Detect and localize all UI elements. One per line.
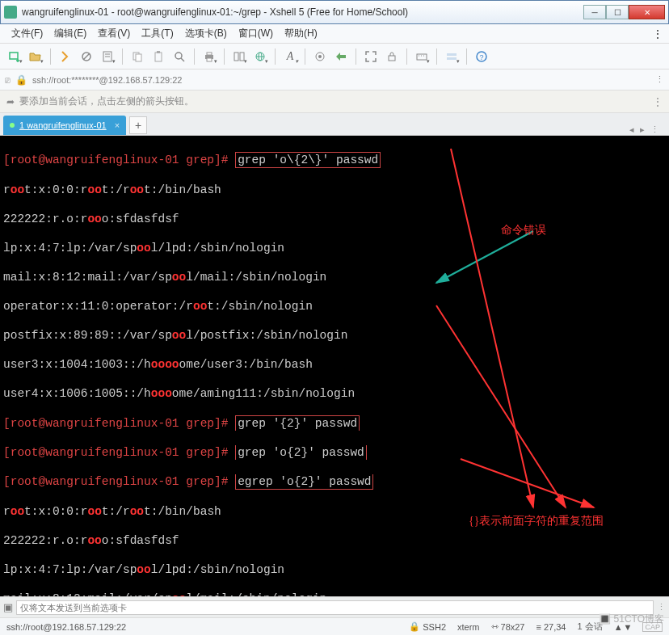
status-address: ssh://root@192.168.57.129:22	[6, 622, 126, 632]
new-session-button[interactable]	[5, 47, 24, 66]
compose-icon[interactable]: ▣	[3, 601, 13, 613]
layout-button[interactable]	[229, 47, 249, 66]
maximize-button[interactable]: ☐	[606, 5, 629, 19]
status-pos: ≡ 27,34	[536, 622, 566, 632]
tab-bar: 1 wangruifenglinux-01 × + ◂ ▸ ⋮	[0, 113, 669, 136]
tab-session-1[interactable]: 1 wangruifenglinux-01 ×	[3, 116, 126, 135]
cmd-box-1: grep 'o\{2\}' passwd	[235, 152, 381, 168]
address-text[interactable]: ssh://root:********@192.168.57.129:22	[32, 75, 650, 85]
hint-bar: ➦ 要添加当前会话，点击左侧的箭头按钮。 ⋮	[0, 90, 669, 113]
tab-nav[interactable]: ◂ ▸ ⋮	[625, 124, 666, 135]
address-add-icon[interactable]: ⎚	[5, 75, 11, 85]
print-button[interactable]	[200, 47, 219, 66]
svg-rect-16	[207, 58, 212, 61]
cmd-box-2: grep '{2}' passwd	[235, 415, 360, 431]
svg-rect-30	[447, 57, 457, 60]
compose-bar: ▣ ⋮	[0, 596, 669, 617]
tab-label: 1 wangruifenglinux-01	[19, 120, 107, 130]
titlebar: wangruifenglinux-01 - root@wangruifengli…	[0, 0, 669, 24]
svg-rect-18	[240, 53, 244, 61]
hint-overflow[interactable]: ⋮	[653, 96, 663, 107]
help-button[interactable]: ?	[472, 47, 491, 66]
font-button[interactable]: A	[280, 47, 300, 66]
toolbar: A ?	[0, 44, 669, 69]
svg-text:?: ?	[479, 53, 483, 61]
svg-rect-24	[389, 56, 395, 61]
cmd-box-3: grep 'o{2}' passwd	[235, 445, 367, 460]
address-bar: ⎚ 🔒 ssh://root:********@192.168.57.129:2…	[0, 69, 669, 90]
compose-overflow[interactable]: ⋮	[657, 602, 666, 612]
tab-status-dot	[10, 123, 15, 128]
minimize-button[interactable]: ─	[583, 5, 606, 19]
menu-help[interactable]: 帮助(H)	[280, 25, 322, 42]
svg-rect-25	[417, 54, 427, 60]
menu-tabs[interactable]: 选项卡(B)	[180, 25, 232, 42]
svg-rect-15	[207, 53, 212, 55]
menu-view[interactable]: 查看(V)	[93, 25, 135, 42]
watermark: 🔳 51CTO博客	[599, 612, 664, 626]
hint-icon[interactable]: ➦	[6, 96, 15, 107]
menu-tools[interactable]: 工具(T)	[137, 25, 178, 42]
status-term: xterm	[457, 622, 480, 632]
copy-button[interactable]	[128, 47, 147, 66]
svg-rect-0	[10, 53, 18, 59]
hint-text: 要添加当前会话，点击左侧的箭头按钮。	[19, 95, 194, 108]
svg-rect-10	[155, 53, 162, 61]
address-overflow[interactable]: ⋮	[655, 74, 664, 85]
fullscreen-button[interactable]	[361, 47, 381, 66]
highlight-button[interactable]	[442, 47, 461, 66]
cmd-box-4: egrep 'o{2}' passwd	[235, 474, 373, 490]
svg-line-4	[83, 53, 90, 60]
add-tab-button[interactable]: +	[129, 116, 147, 134]
open-button[interactable]	[26, 47, 45, 66]
reconnect-button[interactable]	[56, 47, 75, 66]
svg-rect-11	[157, 51, 160, 53]
lock-icon: 🔒	[15, 74, 27, 86]
disconnect-button[interactable]	[77, 47, 96, 66]
terminal[interactable]: [root@wangruifenglinux-01 grep]# grep 'o…	[0, 136, 669, 596]
menubar: 文件(F) 编辑(E) 查看(V) 工具(T) 选项卡(B) 窗口(W) 帮助(…	[0, 24, 669, 44]
menu-window[interactable]: 窗口(W)	[234, 25, 278, 42]
svg-rect-17	[234, 53, 238, 61]
status-size: ⇿ 78x27	[491, 621, 525, 632]
window-title: wangruifenglinux-01 - root@wangruifengli…	[22, 6, 583, 18]
globe-button[interactable]	[250, 47, 270, 66]
lock-button[interactable]	[382, 47, 402, 66]
svg-rect-29	[447, 53, 457, 56]
find-button[interactable]	[170, 47, 189, 66]
menu-file[interactable]: 文件(F)	[6, 25, 48, 42]
menu-overflow[interactable]: ⋮	[653, 28, 663, 40]
xftp-button[interactable]	[331, 47, 351, 66]
menu-edit[interactable]: 编辑(E)	[49, 25, 91, 42]
status-bar: ssh://root@192.168.57.129:22 🔒 SSH2 xter…	[0, 617, 669, 635]
keymap-button[interactable]	[412, 47, 431, 66]
tab-close-icon[interactable]: ×	[115, 120, 120, 130]
compose-input[interactable]	[16, 600, 654, 615]
svg-point-12	[175, 53, 182, 59]
close-button[interactable]: ✕	[629, 5, 665, 19]
status-ssh: 🔒 SSH2	[409, 621, 446, 632]
svg-point-23	[318, 55, 322, 58]
paste-button[interactable]	[149, 47, 168, 66]
properties-button[interactable]	[98, 47, 117, 66]
svg-line-13	[181, 58, 184, 61]
app-icon	[4, 6, 17, 19]
xagent-button[interactable]	[310, 47, 330, 66]
svg-rect-9	[136, 54, 141, 61]
